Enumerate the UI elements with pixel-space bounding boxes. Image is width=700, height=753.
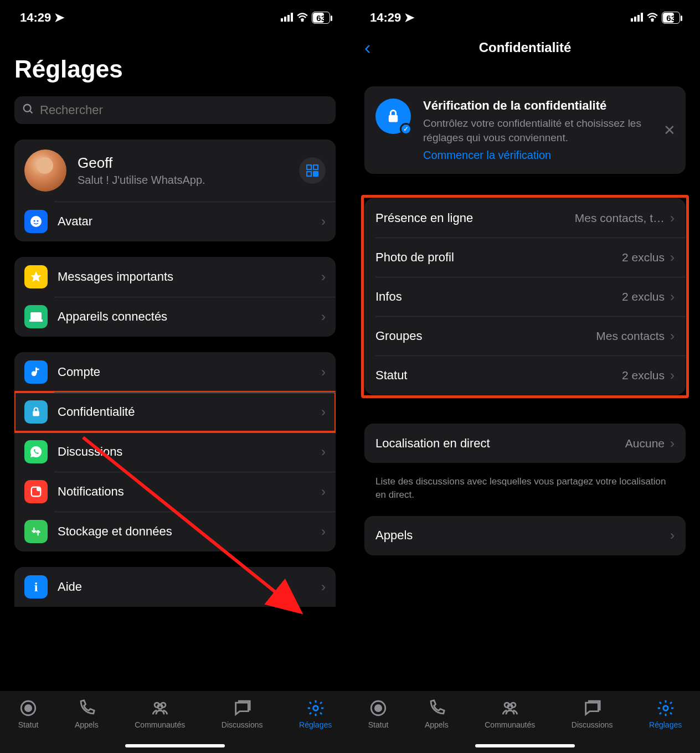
live-location-group: Localisation en direct Aucune ›: [364, 424, 686, 463]
battery-indicator: 63: [312, 12, 330, 24]
group-messages: Messages importants › Appareils connecté…: [14, 257, 336, 337]
calls-group: Appels ›: [364, 516, 686, 555]
chevron-right-icon: ›: [321, 484, 326, 499]
lock-icon: [24, 400, 48, 424]
last-seen-row[interactable]: Présence en ligne Mes contacts, t… ›: [364, 198, 686, 238]
svg-rect-10: [313, 172, 315, 173]
status-time: 14:29 ➤: [370, 11, 414, 25]
location-arrow-icon: ➤: [54, 11, 64, 24]
svg-rect-11: [316, 172, 318, 173]
banner-link[interactable]: Commencer la vérification: [423, 149, 675, 162]
svg-point-15: [34, 220, 35, 222]
tab-calls[interactable]: Appels: [75, 699, 99, 729]
starred-messages-row[interactable]: Messages importants ›: [14, 257, 336, 297]
chevron-right-icon: ›: [321, 309, 326, 324]
chevron-right-icon: ›: [670, 289, 675, 305]
chevron-right-icon: ›: [321, 269, 326, 285]
battery-indicator: 63: [662, 12, 680, 24]
svg-rect-1: [284, 17, 286, 22]
chevron-right-icon: ›: [670, 210, 675, 226]
tab-communities[interactable]: Communautés: [485, 699, 535, 729]
notifications-row[interactable]: Notifications ›: [14, 472, 336, 512]
qr-code-button[interactable]: [299, 157, 326, 184]
right-screenshot: 14:29 ➤ 63 ‹ Confidentialité ✓ Vérificat…: [350, 0, 700, 753]
tab-chats[interactable]: Discussions: [572, 699, 613, 729]
chevron-right-icon: ›: [321, 579, 326, 595]
chevron-right-icon: ›: [670, 436, 675, 451]
status-bar: 14:29 ➤ 63: [14, 0, 336, 31]
avatar-icon: [24, 210, 48, 233]
profile-status: Salut ! J'utilise WhatsApp.: [78, 174, 288, 187]
storage-icon: [24, 520, 48, 543]
wifi-icon: [646, 11, 658, 25]
close-banner-button[interactable]: ✕: [663, 122, 676, 139]
profile-photo-row[interactable]: Photo de profil 2 exclus ›: [364, 238, 686, 277]
account-row[interactable]: Compte ›: [14, 352, 336, 392]
status-indicators: 63: [631, 11, 680, 25]
svg-rect-35: [634, 17, 636, 22]
svg-point-16: [37, 220, 39, 222]
svg-rect-12: [313, 174, 315, 176]
status-bar: 14:29 ➤ 63: [364, 0, 686, 31]
star-icon: [24, 265, 48, 288]
search-input[interactable]: [40, 103, 328, 117]
profile-group: Geoff Salut ! J'utilise WhatsApp. Avatar…: [14, 140, 336, 241]
whatsapp-icon: [24, 440, 48, 463]
notifications-icon: [24, 480, 48, 503]
live-location-row[interactable]: Localisation en direct Aucune ›: [364, 424, 686, 463]
svg-rect-0: [281, 18, 283, 22]
storage-row[interactable]: Stockage et données ›: [14, 512, 336, 551]
tab-chats[interactable]: Discussions: [222, 699, 263, 729]
chats-row[interactable]: Discussions ›: [14, 432, 336, 472]
cell-signal-icon: [281, 11, 293, 25]
tab-settings[interactable]: Réglages: [299, 699, 332, 729]
svg-rect-9: [307, 172, 311, 176]
svg-line-6: [30, 111, 33, 114]
search-bar[interactable]: [14, 96, 336, 124]
page-title: Réglages: [14, 55, 336, 83]
banner-body: Contrôlez votre confidentialité et chois…: [423, 116, 675, 145]
svg-rect-3: [291, 13, 293, 22]
svg-rect-21: [35, 368, 37, 373]
back-button[interactable]: ‹: [364, 38, 370, 56]
status-row[interactable]: Statut 2 exclus ›: [364, 355, 686, 395]
linked-devices-row[interactable]: Appareils connectés ›: [14, 297, 336, 337]
svg-rect-7: [307, 165, 311, 169]
about-row[interactable]: Infos 2 exclus ›: [364, 277, 686, 316]
group-settings: Compte › Confidentialité › Discussions ›…: [14, 352, 336, 551]
location-arrow-icon: ➤: [404, 11, 414, 24]
chevron-right-icon: ›: [321, 364, 326, 380]
chevron-right-icon: ›: [321, 404, 326, 420]
privacy-check-banner: ✓ Vérification de la confidentialité Con…: [364, 86, 686, 174]
cell-signal-icon: [631, 11, 643, 25]
avatar-row[interactable]: Avatar ›: [14, 202, 336, 241]
avatar: [24, 149, 66, 192]
home-indicator: [475, 744, 575, 747]
svg-rect-2: [287, 15, 290, 22]
nav-title: Confidentialité: [479, 40, 572, 55]
tab-settings[interactable]: Réglages: [649, 699, 682, 729]
tab-status[interactable]: Statut: [18, 699, 39, 729]
svg-point-45: [663, 706, 668, 711]
profile-row[interactable]: Geoff Salut ! J'utilise WhatsApp.: [14, 140, 336, 202]
groups-row[interactable]: Groupes Mes contacts ›: [364, 316, 686, 355]
svg-point-38: [652, 20, 653, 22]
tab-communities[interactable]: Communautés: [135, 699, 185, 729]
privacy-row[interactable]: Confidentialité ›: [14, 392, 336, 432]
svg-point-29: [25, 705, 31, 711]
tab-calls[interactable]: Appels: [425, 699, 449, 729]
svg-point-4: [302, 20, 303, 22]
svg-point-44: [508, 704, 513, 709]
calls-privacy-row[interactable]: Appels ›: [364, 516, 686, 555]
profile-name: Geoff: [78, 154, 288, 172]
svg-rect-39: [389, 115, 398, 122]
location-footer: Liste des discussions avec lesquelles vo…: [364, 475, 686, 502]
key-icon: [24, 360, 48, 384]
help-row[interactable]: i Aide ›: [14, 567, 336, 607]
chevron-right-icon: ›: [670, 328, 675, 344]
svg-point-14: [30, 216, 42, 227]
svg-rect-19: [30, 320, 42, 321]
chevron-right-icon: ›: [670, 528, 675, 543]
tab-status[interactable]: Statut: [368, 699, 389, 729]
tab-bar: Statut Appels Communautés Discussions Ré…: [350, 691, 700, 753]
